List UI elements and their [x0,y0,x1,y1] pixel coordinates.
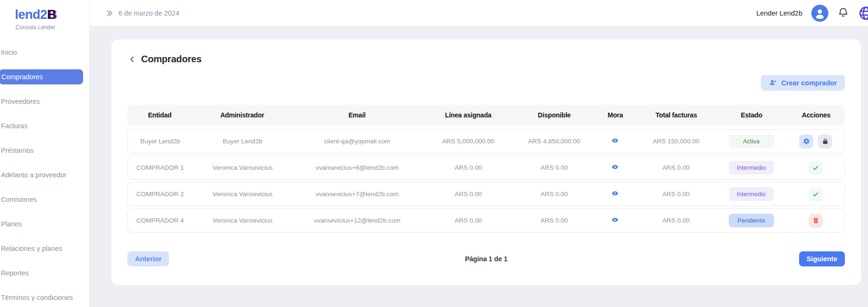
create-comprador-button[interactable]: Crear comprador [761,75,845,91]
sidebar-item-compradores[interactable]: Compradores [0,69,83,84]
page-info: Página 1 de 1 [127,255,845,263]
sidebar-item-proveedores[interactable]: Proveedores [0,94,89,109]
cell-total-facturas: ARS 0.00 [637,164,716,171]
column-header-linea-asignada: Línea asignada [421,111,515,119]
approve-action-button[interactable] [809,161,823,175]
cell-disponible: ARS 0.00 [515,164,594,171]
app-root: lend2B Consola Lender InicioCompradoresP… [0,0,868,307]
sidebar-item-adelanto-a-proveedor[interactable]: Adelanto a proveedor [0,167,89,183]
topbar-user-wrap: Lender Lend2b [756,5,868,22]
table-header-row: EntidadAdministradorEmailLínea asignadaD… [127,105,845,125]
lock-icon [822,138,829,145]
cell-administrador: Veronica Vansevicius [193,164,293,171]
cell-mora [594,163,637,172]
cell-linea-asignada: ARS 0.00 [421,164,514,171]
current-date: 6 de marzo de 2024 [118,9,179,17]
mora-eye-button[interactable] [611,190,619,197]
brand-subtitle: Consola Lender [0,24,71,31]
column-header-estado: Estado [716,111,787,119]
user-name: Lender Lend2b [756,9,802,17]
right-column: 6 de marzo de 2024 Lender Lend2b [90,0,868,307]
cell-estado: Intermedio [716,187,787,201]
back-chevron-icon[interactable] [127,55,137,64]
cell-acciones [787,187,844,201]
cell-mora [594,190,637,199]
brand-logo-text: lend2B [0,8,71,22]
eye-icon [611,216,619,224]
check-icon [812,164,819,172]
cell-mora [594,216,637,225]
sidebar-item-comisiones[interactable]: Comisiones [0,192,89,207]
column-header-entidad: Entidad [127,111,192,119]
main-area: Compradores Crear comprador EntidadAdmin… [90,26,868,307]
cell-acciones [787,134,844,149]
column-header-acciones: Acciones [787,111,845,119]
column-header-email: Email [293,111,422,119]
table-body: Buyer Lend2bBuyer Lend2bclient-qa@yopmai… [127,129,845,232]
mora-eye-button[interactable] [611,137,619,144]
language-globe-icon[interactable] [858,5,868,21]
cell-administrador: Veronica Vansevicius [193,191,293,198]
cell-total-facturas: ARS 150,000.00 [637,138,716,145]
sidebar-expand-icon[interactable] [105,9,114,17]
table-row: COMPRADOR 2Veronica Vanseviciusvvansevic… [127,182,845,206]
cell-disponible: ARS 0.00 [515,191,594,198]
sidebar-item-prestamos[interactable]: Préstamos [0,143,89,158]
sidebar-item-planes[interactable]: Planes [0,216,89,232]
cell-total-facturas: ARS 0.00 [637,217,716,224]
table-row: COMPRADOR 1Veronica Vanseviciusvvansevic… [127,156,845,180]
cell-linea-asignada: ARS 0.00 [421,191,514,198]
sidebar-item-reportes[interactable]: Reportes [0,266,89,281]
previous-page-button[interactable]: Anterior [127,251,169,266]
status-badge: Intermedio [729,161,774,174]
cell-entidad: COMPRADOR 2 [128,191,193,198]
approve-action-button[interactable] [809,187,823,201]
column-header-disponible: Disponible [515,111,594,119]
check-icon [812,191,819,198]
cell-email: client-qa@yopmail.com [293,138,421,145]
sidebar-item-relaciones-y-planes[interactable]: Relaciones y planes [0,241,89,256]
gear-icon [803,138,810,145]
cell-entidad: Buyer Lend2b [128,138,193,145]
cell-total-facturas: ARS 0.00 [637,191,716,198]
lock-action-button[interactable] [818,134,832,149]
next-page-button[interactable]: Siguiente [799,251,845,266]
notifications-bell-icon[interactable] [837,7,849,19]
cell-acciones [787,161,844,175]
sidebar-item-terminos-y-condiciones[interactable]: Términos y condiciones [0,290,89,305]
settings-action-button[interactable] [799,134,813,149]
title-row: Compradores [127,54,845,65]
sidebar-item-facturas[interactable]: Facturas [0,118,89,133]
cell-disponible: ARS 0.00 [515,217,594,224]
topbar-date-wrap: 6 de marzo de 2024 [105,9,179,17]
brand-logo: lend2B Consola Lender [0,0,71,31]
table-row: Buyer Lend2bBuyer Lend2bclient-qa@yopmai… [127,129,845,153]
cell-linea-asignada: ARS 5,000,000.00 [421,138,514,145]
cell-estado: Intermedio [716,161,787,174]
status-badge: Intermedio [729,187,774,201]
avatar[interactable] [811,5,828,22]
cell-email: vvansevicius+6@lend2b.com [293,164,421,171]
mora-eye-button[interactable] [611,163,619,171]
column-header-administrador: Administrador [192,111,293,119]
cell-entidad: COMPRADOR 1 [128,164,193,171]
cell-administrador: Veronica Vansevicius [193,217,293,224]
sidebar-item-inicio[interactable]: Inicio [0,45,89,60]
brand-logo-accent: B [47,8,56,22]
create-row: Crear comprador [127,75,845,91]
pagination: Anterior Página 1 de 1 Siguiente [127,251,845,266]
trash-icon [812,217,819,224]
compradores-card: Compradores Crear comprador EntidadAdmin… [111,40,861,285]
delete-action-button[interactable] [809,214,823,228]
cell-linea-asignada: ARS 0.00 [421,217,514,224]
page-title: Compradores [141,54,202,65]
cell-acciones [787,214,844,228]
cell-email: vvansevicius+12@lend2b.com [293,217,421,224]
person-add-icon [769,79,777,87]
cell-estado: Pendiente [716,214,787,227]
brand-logo-main: lend2 [15,8,47,22]
status-badge: Pendiente [729,214,774,227]
sidebar-nav: InicioCompradoresProveedoresFacturasPrés… [0,45,89,305]
cell-mora [594,137,637,146]
mora-eye-button[interactable] [611,216,619,224]
